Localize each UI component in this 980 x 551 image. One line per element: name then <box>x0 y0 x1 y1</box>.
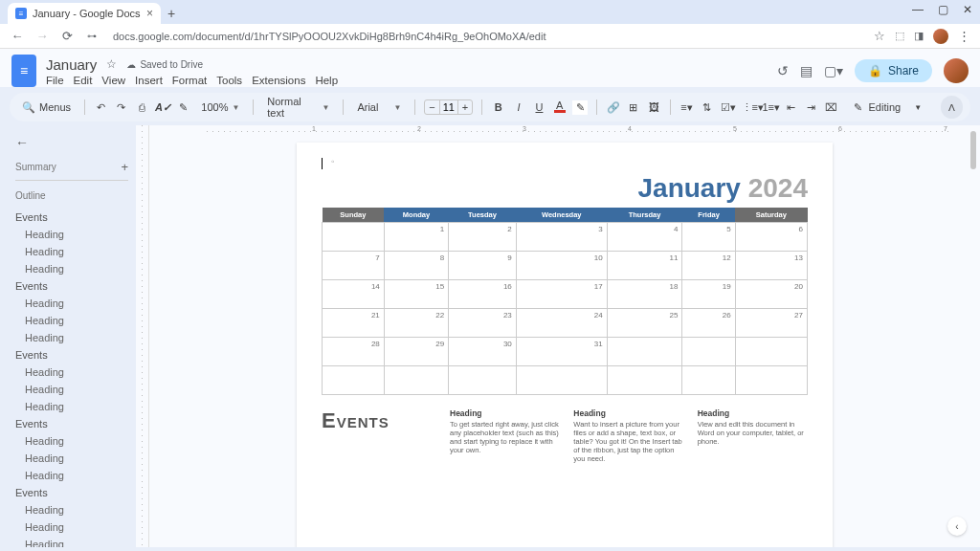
calendar-cell <box>516 366 607 395</box>
menu-insert[interactable]: Insert <box>135 75 163 86</box>
extensions-icon[interactable]: ⬚ <box>895 30 904 42</box>
outline-subheading[interactable]: Heading <box>15 329 128 346</box>
new-tab-button[interactable]: + <box>161 3 182 24</box>
undo-icon[interactable]: ↶ <box>94 101 108 114</box>
insert-image-icon[interactable]: 🖼 <box>647 101 661 113</box>
share-button[interactable]: 🔒 Share <box>855 59 932 82</box>
menu-help[interactable]: Help <box>315 75 338 86</box>
reader-icon[interactable]: ◨ <box>914 30 924 42</box>
outline-heading[interactable]: Events <box>15 484 128 501</box>
menu-tools[interactable]: Tools <box>216 75 242 86</box>
calendar-cell: 7 <box>323 252 385 280</box>
underline-icon[interactable]: U <box>532 101 546 113</box>
italic-icon[interactable]: I <box>511 101 525 113</box>
outline-subheading[interactable]: Heading <box>15 501 128 518</box>
outline-subheading[interactable]: Heading <box>15 381 128 398</box>
menu-format[interactable]: Format <box>172 75 207 86</box>
browser-tab[interactable]: ≡ January - Google Docs × <box>8 3 161 24</box>
outline-subheading[interactable]: Heading <box>15 432 128 450</box>
minimize-icon[interactable]: — <box>911 3 924 16</box>
calendar-cell: 19 <box>682 280 735 309</box>
site-info-icon[interactable]: ⊶ <box>84 31 100 41</box>
align-icon[interactable]: ≡▾ <box>679 101 694 114</box>
decrease-indent-icon[interactable]: ⇤ <box>784 101 798 114</box>
outline-subheading[interactable]: Heading <box>15 364 128 381</box>
outline-heading[interactable]: Events <box>15 209 128 226</box>
increase-fontsize-button[interactable]: + <box>458 100 472 114</box>
text-color-icon[interactable]: A <box>552 101 567 113</box>
document-page[interactable]: ◦ January 2024 SundayMondayTuesdayWednes… <box>297 143 833 547</box>
outline-subheading[interactable]: Heading <box>15 518 128 536</box>
account-avatar[interactable] <box>944 58 969 83</box>
bulleted-list-icon[interactable]: ⋮≡▾ <box>742 101 757 114</box>
outline-subheading[interactable]: Heading <box>15 467 128 484</box>
calendar-day-header: Wednesday <box>516 208 607 223</box>
line-spacing-icon[interactable]: ⇅ <box>700 101 714 114</box>
document-title[interactable]: January <box>46 56 97 73</box>
outline-subheading[interactable]: Heading <box>15 243 128 260</box>
save-status[interactable]: ☁ Saved to Drive <box>126 59 203 70</box>
fontsize-input[interactable] <box>439 100 458 114</box>
outline-subheading[interactable]: Heading <box>15 536 128 547</box>
calendar-day-header: Sunday <box>323 208 385 223</box>
highlight-icon[interactable]: ✎ <box>572 100 588 115</box>
outline-heading[interactable]: Events <box>15 277 128 295</box>
scrollbar-thumb[interactable] <box>970 131 976 169</box>
outline-heading[interactable]: Events <box>15 346 128 364</box>
comments-icon[interactable]: ▤ <box>800 63 813 78</box>
outline-subheading[interactable]: Heading <box>15 226 128 243</box>
history-icon[interactable]: ↺ <box>777 63 789 78</box>
increase-indent-icon[interactable]: ⇥ <box>804 101 818 114</box>
editing-mode-dropdown[interactable]: ✎ Editing ▼ <box>844 99 931 117</box>
outline-subheading[interactable]: Heading <box>15 450 128 467</box>
calendar-cell: 20 <box>735 280 807 309</box>
menu-extensions[interactable]: Extensions <box>252 75 305 86</box>
zoom-dropdown[interactable]: 100%▼ <box>196 99 244 115</box>
summary-label: Summary <box>15 162 56 172</box>
collapse-toolbar-icon[interactable]: ᐱ <box>941 96 963 119</box>
add-summary-icon[interactable]: + <box>121 160 128 174</box>
font-dropdown[interactable]: Arial▼ <box>352 99 406 115</box>
paint-format-icon[interactable]: ✎ <box>176 101 190 114</box>
close-tab-icon[interactable]: × <box>146 7 153 20</box>
outline-subheading[interactable]: Heading <box>15 312 128 329</box>
outline-subheading[interactable]: Heading <box>15 295 128 312</box>
outline-subheading[interactable]: Heading <box>15 260 128 277</box>
menu-edit[interactable]: Edit <box>74 75 93 86</box>
maximize-icon[interactable]: ▢ <box>936 3 949 16</box>
calendar-cell: 2 <box>449 223 517 252</box>
docs-logo-icon[interactable]: ≡ <box>11 55 36 87</box>
chrome-menu-icon[interactable]: ⋮ <box>958 29 970 43</box>
calendar-cell <box>735 366 807 395</box>
menu-file[interactable]: File <box>46 75 64 86</box>
back-icon[interactable]: ← <box>10 29 25 43</box>
outline-subheading[interactable]: Heading <box>15 398 128 415</box>
star-bookmark-icon[interactable]: ☆ <box>874 29 885 43</box>
chrome-profile-avatar[interactable] <box>933 29 948 44</box>
outline-heading[interactable]: Events <box>15 415 128 432</box>
styles-dropdown[interactable]: Normal text▼ <box>262 94 334 121</box>
bold-icon[interactable]: B <box>491 101 505 113</box>
close-window-icon[interactable]: ✕ <box>961 3 974 16</box>
events-title: Events <box>322 408 436 463</box>
vertical-scrollbar[interactable] <box>969 125 978 547</box>
menu-view[interactable]: View <box>101 75 125 86</box>
event-column: HeadingView and edit this document in Wo… <box>698 408 808 463</box>
reload-icon[interactable]: ⟳ <box>59 29 75 43</box>
numbered-list-icon[interactable]: 1≡▾ <box>763 101 778 114</box>
redo-icon[interactable]: ↷ <box>114 101 128 114</box>
meet-icon[interactable]: ▢▾ <box>824 63 843 78</box>
forward-icon[interactable]: → <box>34 29 50 43</box>
add-comment-icon[interactable]: ⊞ <box>626 101 640 114</box>
spellcheck-icon[interactable]: A✓ <box>155 101 170 114</box>
explore-button[interactable]: ‹ <box>947 517 967 536</box>
insert-link-icon[interactable]: 🔗 <box>606 101 620 114</box>
print-icon[interactable]: ⎙ <box>135 101 149 113</box>
decrease-fontsize-button[interactable]: − <box>425 100 438 114</box>
url-field[interactable]: docs.google.com/document/d/1hrTYSlPyOOOU… <box>109 31 864 42</box>
star-icon[interactable]: ☆ <box>106 57 117 71</box>
checklist-icon[interactable]: ☑▾ <box>721 101 736 114</box>
search-menus-button[interactable]: 🔍 Menus <box>17 99 76 117</box>
outline-back-icon[interactable]: ← <box>15 135 128 150</box>
clear-formatting-icon[interactable]: ⌧ <box>824 101 838 114</box>
